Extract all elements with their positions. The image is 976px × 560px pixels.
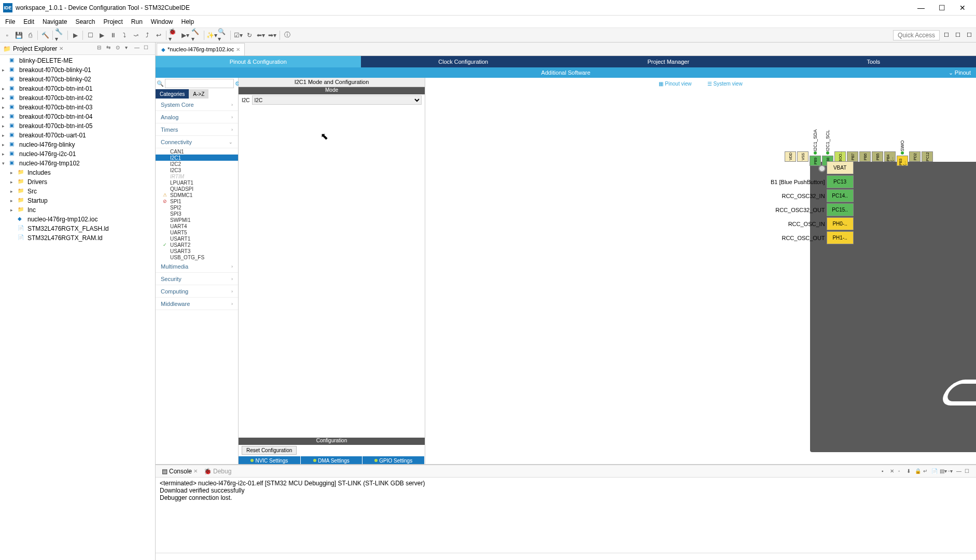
debug-dropdown-icon[interactable]: 🔧▾ xyxy=(55,30,65,40)
system-view-tab[interactable]: ☰System view xyxy=(707,81,743,87)
tab-gpio[interactable]: GPIO Settings xyxy=(362,456,425,465)
console-scroll-icon[interactable]: ⬇ xyxy=(907,468,915,474)
menu-edit[interactable]: Edit xyxy=(19,17,38,27)
perspective-mx-icon[interactable]: ☐ xyxy=(965,31,974,40)
tab-categories[interactable]: Categories xyxy=(156,89,189,99)
build-icon[interactable]: 🔨 xyxy=(40,30,50,40)
project-node[interactable]: ▸▣breakout-f070cb-btn-int-01 xyxy=(0,84,155,93)
tree-child[interactable]: ▸📁Drivers xyxy=(0,177,155,187)
view-menu-icon[interactable]: ▾ xyxy=(125,45,133,53)
additional-software-link[interactable]: Additional Software xyxy=(531,69,601,76)
category-item[interactable]: SWPMI1 xyxy=(156,217,238,223)
console-lock-icon[interactable]: 🔒 xyxy=(915,468,923,474)
category-item[interactable]: USART3 xyxy=(156,248,238,254)
project-node[interactable]: ▸▣nucleo-l476rg-i2c-01 xyxy=(0,149,155,159)
console-open-icon[interactable]: 📄 xyxy=(931,468,940,474)
category-item[interactable]: LPUART1 xyxy=(156,179,238,186)
bug-icon[interactable]: 🐞▾ xyxy=(169,30,179,40)
menu-window[interactable]: Window xyxy=(147,17,177,27)
project-node[interactable]: ▸▣nucleo-l476rg-blinky xyxy=(0,140,155,149)
tab-nvic[interactable]: NVIC Settings xyxy=(239,456,301,465)
collapse-all-icon[interactable]: ⊟ xyxy=(97,45,105,53)
category-header[interactable]: Analog› xyxy=(156,111,238,123)
project-node[interactable]: ▸▣breakout-f070cb-uart-01 xyxy=(0,131,155,140)
menu-run[interactable]: Run xyxy=(127,17,147,27)
search-toolbar-icon[interactable]: 🔍▾ xyxy=(218,30,228,40)
perspective-c-icon[interactable]: ☐ xyxy=(942,31,951,40)
tree-child[interactable]: ▸📁Startup xyxy=(0,196,155,205)
terminal-icon[interactable]: ☐ xyxy=(85,30,95,40)
tree-child[interactable]: ▸📁Src xyxy=(0,187,155,196)
run-icon[interactable]: ▶ xyxy=(70,30,80,40)
reset-configuration-button[interactable]: Reset Configuration xyxy=(242,446,297,455)
category-header[interactable]: Multimedia› xyxy=(156,260,238,273)
category-item[interactable]: USB_OTG_FS xyxy=(156,254,238,260)
tab-dma[interactable]: DMA Settings xyxy=(301,456,363,465)
category-item[interactable]: QUADSPI xyxy=(156,186,238,192)
ioc-tab-clock[interactable]: Clock Configuration xyxy=(361,56,566,67)
project-node[interactable]: ▸▣breakout-f070cb-btn-int-04 xyxy=(0,112,155,121)
pin-left[interactable]: VBAT xyxy=(771,161,854,175)
console-scrollbar[interactable] xyxy=(156,553,976,560)
stop-icon[interactable]: ⏸ xyxy=(108,30,118,40)
project-node-expanded[interactable]: ▾▣nucleo-l476rg-tmp102 xyxy=(0,159,155,168)
search-icon[interactable]: 🔍 xyxy=(157,80,164,87)
category-item[interactable]: I2C2 xyxy=(156,161,238,167)
console-max-icon[interactable]: ☐ xyxy=(965,468,973,474)
console-pin-icon[interactable]: ▪ xyxy=(882,468,890,474)
console-new-icon[interactable]: ▫▾ xyxy=(948,468,956,474)
category-item[interactable]: UART5 xyxy=(156,229,238,235)
save-all-icon[interactable]: ⎙ xyxy=(25,30,35,40)
project-node[interactable]: ▸▣breakout-f070cb-btn-int-05 xyxy=(0,121,155,131)
project-node[interactable]: ▸▣breakout-f070cb-btn-int-02 xyxy=(0,93,155,103)
pin-top[interactable]: PB4 (... xyxy=(884,129,896,166)
ioc-tab-project[interactable]: Project Manager xyxy=(566,56,771,67)
menu-file[interactable]: File xyxy=(1,17,19,27)
link-editor-icon[interactable]: ⇆ xyxy=(106,45,115,53)
console-clear-icon[interactable]: ▫ xyxy=(898,468,907,474)
step-icon[interactable]: ⤵ xyxy=(119,30,130,40)
category-header[interactable]: System Core› xyxy=(156,99,238,111)
ioc-tab-tools[interactable]: Tools xyxy=(771,56,977,67)
run-menu-icon[interactable]: ▶▾ xyxy=(180,30,190,40)
console-remove-icon[interactable]: ✕ xyxy=(890,468,898,474)
step-over-icon[interactable]: ⤻ xyxy=(131,30,141,40)
category-header[interactable]: Middleware› xyxy=(156,298,238,310)
pin-top[interactable]: PB6 xyxy=(859,129,871,166)
step-out-icon[interactable]: ⤴ xyxy=(142,30,152,40)
pinout-dropdown[interactable]: Pinout xyxy=(949,69,971,76)
category-header[interactable]: Security› xyxy=(156,273,238,285)
refresh-icon[interactable]: ↻ xyxy=(244,30,255,40)
pin-top[interactable]: SWOPB3 (... xyxy=(896,129,909,166)
pin-left[interactable]: RCC_OSC_OUTPH1-.. xyxy=(771,231,854,245)
pin-left[interactable]: RCC_OSC32_INPC14.. xyxy=(771,189,854,203)
max-icon[interactable]: ☐ xyxy=(144,45,152,53)
quick-access-input[interactable]: Quick Access xyxy=(893,30,940,40)
ioc-tab-pinout[interactable]: Pinout & Configuration xyxy=(156,56,361,67)
category-header[interactable]: Connectivity⌄ xyxy=(156,136,238,148)
perspective-debug-icon[interactable]: ☐ xyxy=(953,31,963,40)
minimize-button[interactable]: — xyxy=(911,1,931,15)
step-return-icon[interactable]: ↩ xyxy=(154,30,164,40)
menu-navigate[interactable]: Navigate xyxy=(38,17,71,27)
tool-dropdown-icon[interactable]: 🔨▾ xyxy=(191,30,202,40)
project-node[interactable]: ▸▣breakout-f070cb-blinky-01 xyxy=(0,65,155,75)
info-icon[interactable]: ⓘ xyxy=(282,30,292,40)
tree-child[interactable]: ▸📁Includes xyxy=(0,168,155,177)
project-node[interactable]: ▣breakout-f070cb-blinky-02 xyxy=(0,75,155,84)
category-header[interactable]: Timers› xyxy=(156,123,238,136)
tree-child[interactable]: ◆nucleo-l476rg-tmp102.ioc xyxy=(0,215,155,224)
category-item[interactable]: CAN1 xyxy=(156,148,238,155)
wand-icon[interactable]: ✨▾ xyxy=(206,30,217,40)
explorer-body[interactable]: ▣blinky-DELETE-ME▸▣breakout-f070cb-blink… xyxy=(0,55,155,560)
console-wrap-icon[interactable]: ↵ xyxy=(923,468,931,474)
tree-child[interactable]: 📄STM32L476RGTX_FLASH.ld xyxy=(0,224,155,233)
category-item[interactable]: UART4 xyxy=(156,223,238,229)
close-button[interactable]: ✕ xyxy=(952,1,973,15)
menu-help[interactable]: Help xyxy=(177,17,199,27)
back-icon[interactable]: ⬅▾ xyxy=(256,30,266,40)
project-node[interactable]: ▣blinky-DELETE-ME xyxy=(0,56,155,65)
category-item[interactable]: SPI2 xyxy=(156,204,238,211)
pin-top[interactable]: PC12 xyxy=(921,129,933,166)
pinout-view-tab[interactable]: ▦Pinout view xyxy=(659,81,691,87)
